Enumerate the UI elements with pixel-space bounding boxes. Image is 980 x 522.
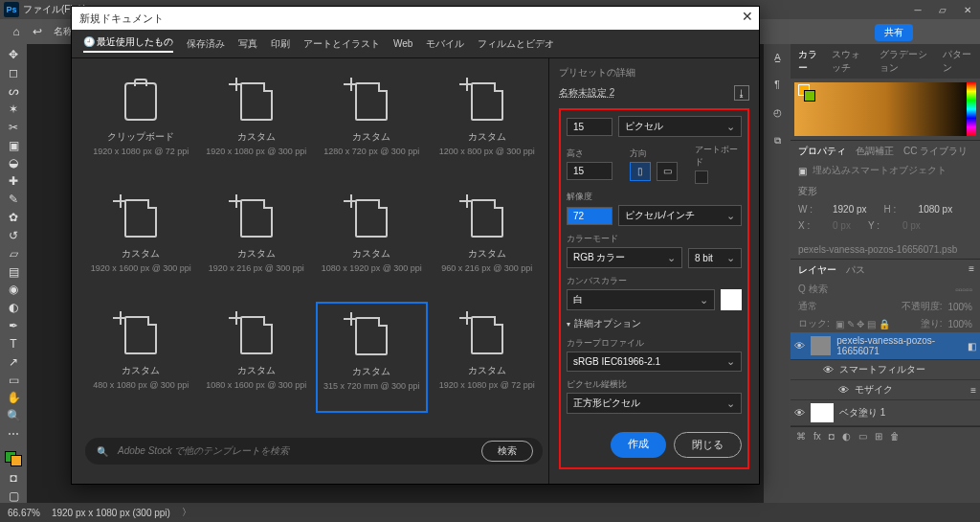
preset-card[interactable]: カスタム1200 x 800 px @ 300 ppi	[432, 68, 544, 179]
tab-recent[interactable]: 🕘最近使用したもの	[83, 35, 173, 53]
panel-icon[interactable]: ◴	[773, 107, 782, 118]
layer-name[interactable]: pexels-vanessa-pozos-16656071	[836, 335, 962, 356]
frame-tool-icon[interactable]: ▣	[3, 138, 24, 152]
tab-properties[interactable]: プロパティ	[798, 145, 846, 158]
heal-tool-icon[interactable]: ✚	[3, 174, 24, 189]
resolution-unit-select[interactable]: ピクセル/インチ	[618, 205, 742, 226]
tab-color[interactable]: カラー	[798, 48, 820, 75]
tab-paths[interactable]: パス	[846, 263, 865, 277]
history-brush-icon[interactable]: ↺	[3, 228, 24, 242]
tab-pattern[interactable]: パターン	[943, 48, 972, 75]
unit-select[interactable]: ピクセル	[618, 116, 742, 137]
preset-card[interactable]: クリップボード1920 x 1080 px @ 72 ppi	[85, 68, 197, 179]
window-close-icon[interactable]: ✕	[955, 0, 980, 19]
stock-search-input[interactable]: 🔍 Adobe Stock で他のテンプレートを検索	[85, 438, 543, 465]
orientation-portrait-icon[interactable]: ▯	[630, 162, 651, 181]
y-value[interactable]: 0 px	[902, 220, 921, 231]
wand-tool-icon[interactable]: ✶	[3, 102, 24, 117]
new-layer-icon[interactable]: ⊞	[875, 431, 882, 442]
height-value[interactable]: 1080 px	[919, 204, 953, 215]
adjust-icon[interactable]: ◐	[842, 431, 851, 442]
crop-tool-icon[interactable]: ✂	[3, 120, 24, 134]
resolution-input[interactable]: 72	[567, 207, 612, 225]
width-input[interactable]: 15	[567, 118, 612, 136]
window-minimize-icon[interactable]: ─	[905, 0, 930, 19]
visibility-icon[interactable]: 👁	[794, 407, 805, 419]
layer-search-icon[interactable]: Q 検索	[798, 283, 828, 296]
canvas-color-select[interactable]: 白	[567, 289, 715, 310]
preset-card[interactable]: カスタム1080 x 1920 px @ 300 ppi	[316, 185, 428, 296]
preset-card[interactable]: カスタム1080 x 1600 px @ 300 ppi	[201, 302, 313, 413]
mask-icon[interactable]: ◘	[829, 431, 835, 442]
canvas-color-swatch[interactable]	[721, 289, 742, 310]
stamp-tool-icon[interactable]: ✿	[3, 211, 24, 225]
tab-photo[interactable]: 写真	[238, 37, 257, 51]
panel-icon[interactable]: ¶	[774, 79, 779, 90]
layer-name[interactable]: ベタ塗り 1	[839, 406, 885, 420]
zoom-level[interactable]: 66.67%	[8, 508, 40, 518]
tab-layers[interactable]: レイヤー	[798, 263, 836, 277]
bit-depth-select[interactable]: 8 bit	[688, 248, 742, 268]
dialog-close-icon[interactable]: ✕	[742, 9, 753, 24]
window-restore-icon[interactable]: ▱	[930, 0, 955, 19]
create-button[interactable]: 作成	[611, 432, 666, 458]
advanced-toggle[interactable]: ▾詳細オプション	[567, 317, 742, 330]
panel-menu-icon[interactable]: ≡	[969, 263, 974, 274]
group-icon[interactable]: ▭	[858, 431, 867, 442]
artboard-checkbox[interactable]	[695, 170, 708, 184]
tab-swatch[interactable]: スウォッチ	[832, 48, 868, 75]
lasso-tool-icon[interactable]: ᔕ	[3, 84, 24, 99]
height-input[interactable]: 15	[567, 162, 612, 180]
link-layers-icon[interactable]: ⌘	[796, 431, 806, 442]
preset-card[interactable]: カスタム1920 x 1080 px @ 72 ppi	[432, 302, 544, 413]
preset-card[interactable]: カスタム1280 x 720 px @ 300 ppi	[316, 68, 428, 179]
delete-icon[interactable]: 🗑	[890, 431, 900, 442]
orientation-landscape-icon[interactable]: ▭	[657, 162, 678, 181]
document-name-input[interactable]: 名称未設定 2	[559, 86, 728, 100]
save-preset-icon[interactable]: ⭳	[734, 85, 749, 101]
blend-mode-select[interactable]: 通常	[798, 300, 817, 313]
filter-label[interactable]: モザイク	[855, 383, 893, 397]
tab-cclib[interactable]: CC ライブラリ	[903, 145, 968, 158]
mask-mode-icon[interactable]: ◘	[3, 470, 24, 485]
tab-mobile[interactable]: モバイル	[426, 37, 464, 51]
tab-film[interactable]: フィルムとビデオ	[478, 37, 554, 51]
back-icon[interactable]: ↩	[27, 23, 48, 40]
panel-icon[interactable]: ⧉	[774, 135, 781, 147]
visibility-icon[interactable]: 👁	[823, 364, 834, 375]
color-picker[interactable]	[794, 82, 976, 136]
fx-icon[interactable]: fx	[813, 431, 821, 442]
color-mode-select[interactable]: RGB カラー	[567, 247, 682, 268]
share-button[interactable]: 共有	[875, 24, 913, 41]
lock-icons[interactable]: ▣ ✎ ✥ ▤ 🔒	[835, 319, 890, 329]
brush-tool-icon[interactable]: ✎	[3, 193, 24, 207]
hand-tool-icon[interactable]: ✋	[3, 391, 24, 405]
type-tool-icon[interactable]: T	[3, 337, 24, 352]
eraser-tool-icon[interactable]: ▱	[3, 246, 24, 261]
layer-row[interactable]: 👁 pexels-vanessa-pozos-16656071 ◧	[791, 332, 980, 360]
preset-card[interactable]: カスタム315 x 720 mm @ 300 ppi	[316, 302, 428, 413]
color-profile-select[interactable]: sRGB IEC61966-2.1	[567, 352, 742, 372]
width-value[interactable]: 1920 px	[833, 204, 867, 215]
shape-tool-icon[interactable]: ▭	[3, 373, 24, 387]
tab-print[interactable]: 印刷	[271, 37, 290, 51]
layer-row[interactable]: 👁 スマートフィルター	[791, 360, 980, 380]
filter-blend-icon[interactable]: ≡	[970, 385, 976, 396]
path-tool-icon[interactable]: ↗	[3, 354, 24, 369]
tab-art[interactable]: アートとイラスト	[303, 37, 380, 51]
preset-card[interactable]: カスタム1920 x 216 px @ 300 ppi	[201, 185, 313, 296]
preset-card[interactable]: カスタム1920 x 1080 px @ 300 ppi	[201, 68, 313, 179]
visibility-icon[interactable]: 👁	[838, 384, 849, 396]
preset-card[interactable]: カスタム480 x 1080 px @ 300 ppi	[85, 302, 197, 413]
panel-icon[interactable]: A̲	[774, 52, 781, 62]
move-tool-icon[interactable]: ✥	[3, 48, 24, 62]
color-swatches[interactable]	[5, 451, 22, 467]
zoom-tool-icon[interactable]: 🔍	[3, 409, 24, 423]
blur-tool-icon[interactable]: ◉	[3, 283, 24, 297]
stock-search-button[interactable]: 検索	[481, 441, 533, 462]
tab-adjust[interactable]: 色調補正	[856, 145, 894, 158]
screen-mode-icon[interactable]: ▢	[3, 488, 24, 503]
pixel-aspect-select[interactable]: 正方形ピクセル	[567, 393, 742, 414]
edit-toolbar-icon[interactable]: ⋯	[3, 427, 24, 442]
x-value[interactable]: 0 px	[833, 220, 851, 231]
